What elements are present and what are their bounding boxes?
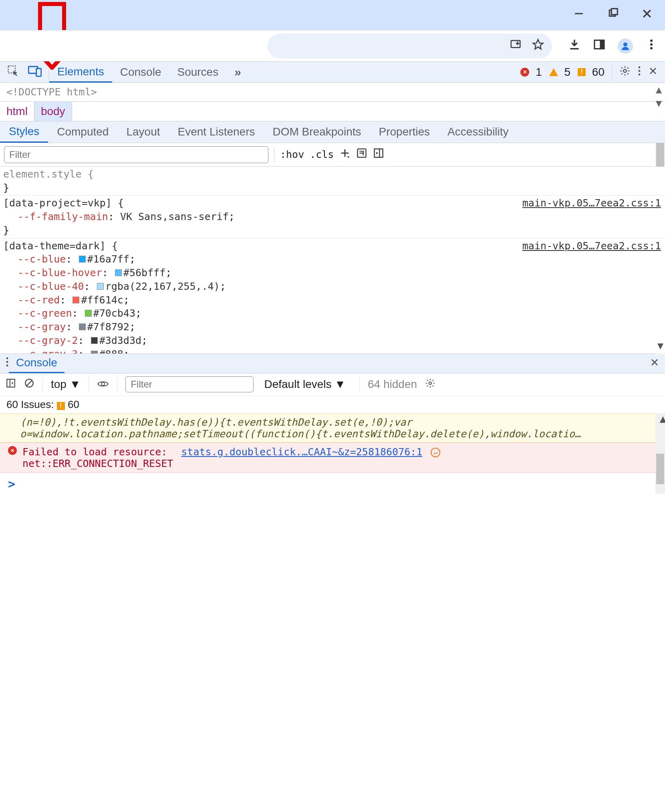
svg-point-18 bbox=[639, 70, 641, 72]
svg-point-12 bbox=[650, 47, 653, 49]
rule-element-style[interactable]: element.style { } bbox=[0, 167, 665, 196]
new-style-rule-icon[interactable] bbox=[339, 147, 351, 162]
toggle-computed-icon[interactable] bbox=[356, 147, 367, 162]
svg-line-35 bbox=[27, 380, 32, 386]
svg-point-9 bbox=[623, 42, 627, 46]
console-sidebar-toggle-icon[interactable] bbox=[6, 378, 16, 391]
window-minimize-button[interactable] bbox=[573, 8, 585, 22]
styles-subtabs: Styles Computed Layout Event Listeners D… bbox=[0, 121, 665, 143]
downloads-icon[interactable] bbox=[568, 38, 581, 54]
rule-vkp[interactable]: main-vkp.05…7eea2.css:1 [data-project=vk… bbox=[0, 196, 665, 238]
dom-panel[interactable]: <!DOCTYPE html> ▲▼ bbox=[0, 83, 665, 101]
chrome-menu-icon[interactable] bbox=[645, 38, 658, 54]
svg-rect-15 bbox=[36, 68, 41, 76]
drawer-close-icon[interactable] bbox=[650, 357, 659, 370]
console-prompt[interactable]: > bbox=[0, 473, 665, 496]
tab-sources[interactable]: Sources bbox=[169, 62, 226, 83]
svg-point-17 bbox=[639, 66, 641, 68]
settings-gear-icon[interactable] bbox=[619, 65, 631, 79]
svg-point-27 bbox=[6, 358, 8, 360]
svg-rect-8 bbox=[600, 40, 604, 48]
inspect-element-icon[interactable] bbox=[7, 65, 19, 80]
live-expression-icon[interactable] bbox=[97, 378, 109, 391]
hov-toggle[interactable]: :hov bbox=[280, 149, 304, 160]
subtab-styles[interactable]: Styles bbox=[0, 121, 48, 143]
styles-toolbar: :hov .cls bbox=[0, 143, 665, 167]
dom-scroll-arrows[interactable]: ▲▼ bbox=[656, 83, 662, 110]
warning-count[interactable]: 5 bbox=[549, 66, 570, 79]
context-selector[interactable]: top ▼ bbox=[51, 378, 81, 391]
svg-point-28 bbox=[6, 361, 8, 363]
console-settings-icon[interactable] bbox=[425, 378, 435, 391]
console-toolbar: top ▼ Default levels ▼ 64 hidden bbox=[0, 374, 665, 396]
devtools-close-icon[interactable] bbox=[648, 66, 658, 79]
issues-row[interactable]: 60 Issues: ! 60 bbox=[0, 396, 665, 414]
svg-point-19 bbox=[639, 73, 641, 75]
install-app-icon[interactable] bbox=[510, 38, 522, 53]
styles-pane[interactable]: element.style { } main-vkp.05…7eea2.css:… bbox=[0, 167, 665, 353]
window-close-button[interactable] bbox=[641, 8, 653, 22]
drawer-menu-icon[interactable] bbox=[6, 357, 9, 370]
console-filter-input[interactable] bbox=[125, 376, 254, 392]
devtools-tabbar: Elements Console Sources » × 1 5 ! 60 bbox=[0, 61, 665, 83]
device-toolbar-icon[interactable] bbox=[28, 65, 42, 80]
svg-rect-25 bbox=[375, 149, 383, 158]
bookmark-star-icon[interactable] bbox=[532, 38, 544, 53]
profile-avatar[interactable] bbox=[618, 38, 633, 54]
svg-point-11 bbox=[650, 43, 653, 46]
svg-point-16 bbox=[623, 69, 626, 72]
browser-toolbar bbox=[0, 30, 665, 61]
window-titlebar bbox=[0, 0, 665, 30]
source-link[interactable]: main-vkp.05…7eea2.css:1 bbox=[522, 196, 661, 210]
hidden-count[interactable]: 64 hidden bbox=[368, 378, 417, 391]
toggle-sidebar-icon[interactable] bbox=[373, 147, 384, 162]
subtab-a11y[interactable]: Accessibility bbox=[439, 121, 517, 143]
clear-console-icon[interactable] bbox=[24, 378, 34, 391]
svg-point-10 bbox=[650, 40, 653, 42]
console-warning-entry[interactable]: (n=!0),!t.eventsWithDelay.has(e)){t.even… bbox=[0, 414, 665, 442]
tab-overflow-icon[interactable]: » bbox=[226, 62, 249, 83]
drawer-tab-console[interactable]: Console bbox=[9, 354, 64, 373]
window-maximize-button[interactable] bbox=[607, 8, 619, 22]
console-error-entry[interactable]: × Failed to load resource: stats.g.doubl… bbox=[0, 442, 665, 473]
crumb-html[interactable]: html bbox=[0, 102, 34, 121]
cls-toggle[interactable]: .cls bbox=[310, 149, 334, 160]
devtools-menu-icon[interactable] bbox=[638, 66, 641, 79]
svg-point-29 bbox=[6, 365, 8, 367]
error-source-link[interactable]: stats.g.doubleclick.…CAAI~&z=258186076:1 bbox=[181, 446, 422, 458]
subtab-listeners[interactable]: Event Listeners bbox=[169, 121, 264, 143]
omnibox[interactable] bbox=[268, 34, 552, 59]
error-icon: × bbox=[8, 446, 17, 455]
tab-console[interactable]: Console bbox=[112, 62, 169, 83]
svg-rect-2 bbox=[611, 9, 617, 15]
subtab-props[interactable]: Properties bbox=[370, 121, 439, 143]
scroll-down-icon[interactable]: ▼ bbox=[657, 339, 663, 353]
svg-point-36 bbox=[101, 382, 105, 386]
doctype-node[interactable]: <!DOCTYPE html> bbox=[6, 86, 97, 98]
subtab-dombp[interactable]: DOM Breakpoints bbox=[264, 121, 370, 143]
svg-point-37 bbox=[429, 382, 432, 385]
svg-rect-32 bbox=[7, 379, 15, 387]
console-body: (n=!0),!t.eventsWithDelay.has(e)){t.even… bbox=[0, 414, 665, 496]
tab-elements[interactable]: Elements bbox=[49, 62, 112, 83]
breadcrumb: html body bbox=[0, 101, 665, 121]
issues-count[interactable]: ! 60 bbox=[578, 66, 605, 79]
drawer-tabbar: Console bbox=[0, 353, 665, 374]
error-count[interactable]: × 1 bbox=[520, 66, 542, 79]
styles-filter-input[interactable] bbox=[4, 146, 268, 163]
subtab-computed[interactable]: Computed bbox=[48, 121, 117, 143]
log-levels-selector[interactable]: Default levels ▼ bbox=[264, 378, 346, 391]
source-link[interactable]: main-vkp.05…7eea2.css:1 bbox=[522, 239, 661, 253]
rule-dark[interactable]: main-vkp.05…7eea2.css:1 [data-theme=dark… bbox=[0, 238, 665, 353]
side-panel-icon[interactable] bbox=[593, 38, 606, 54]
subtab-layout[interactable]: Layout bbox=[117, 121, 169, 143]
crumb-body[interactable]: body bbox=[34, 102, 72, 121]
navigate-icon[interactable]: ↵ bbox=[431, 448, 440, 457]
